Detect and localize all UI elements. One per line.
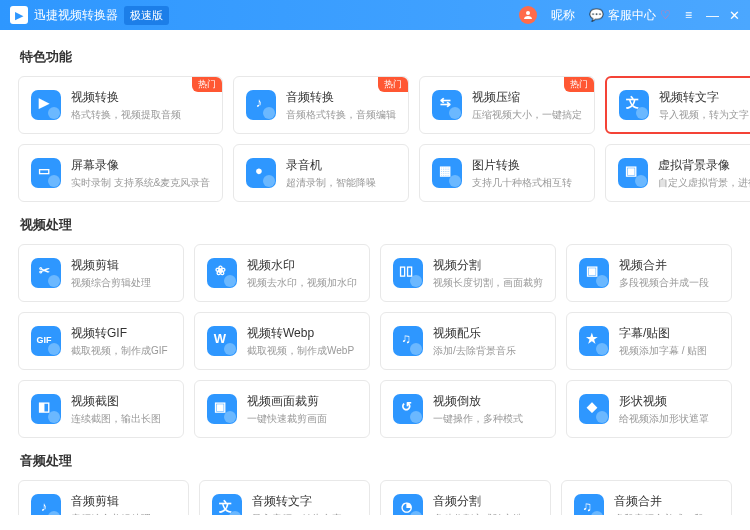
svg-point-5 xyxy=(263,107,275,119)
card-title: 视频水印 xyxy=(247,257,357,274)
card-desc: 多段视频合并成一段 xyxy=(619,276,709,290)
feature-card-image-convert[interactable]: ▦图片转换支持几十种格式相互转 xyxy=(419,144,595,202)
close-button[interactable]: ✕ xyxy=(729,8,740,23)
svg-point-26 xyxy=(48,275,60,287)
app-logo-icon: ▶ xyxy=(10,6,28,24)
svg-point-8 xyxy=(449,107,461,119)
main-content: 特色功能▶视频转换格式转换，视频提取音频热门♪音频转换音频格式转换，音频编辑热门… xyxy=(0,30,750,515)
feature-card-crop[interactable]: ▣视频画面裁剪一键快速裁剪画面 xyxy=(194,380,370,438)
svg-text:◔: ◔ xyxy=(401,499,412,514)
screenshot-icon: ◧ xyxy=(31,394,61,424)
svg-text:◆: ◆ xyxy=(586,399,598,414)
card-title: 虚拟背景录像 xyxy=(658,157,750,174)
card-desc: 自定义虚拟背景，进行录像 xyxy=(658,176,750,190)
section-title: 特色功能 xyxy=(20,48,730,66)
svg-text:★: ★ xyxy=(586,331,598,346)
card-title: 视频转Webp xyxy=(247,325,354,342)
svg-point-56 xyxy=(410,411,422,423)
feature-card-audio-split[interactable]: ◔音频分割多种分割方式随心选 xyxy=(380,480,551,515)
user-avatar-icon[interactable] xyxy=(519,6,537,24)
support-link[interactable]: 💬 客服中心 ♡ xyxy=(589,7,671,24)
feature-card-audio-convert[interactable]: ♪音频转换音频格式转换，音频编辑热门 xyxy=(233,76,409,134)
heart-icon: ♡ xyxy=(660,8,671,22)
feature-card-video-merge[interactable]: ▣视频合并多段视频合并成一段 xyxy=(566,244,732,302)
header-right: 昵称 💬 客服中心 ♡ ≡ — ✕ xyxy=(519,6,740,24)
video-webp-icon: W xyxy=(207,326,237,356)
card-text: 音频剪辑音频综合剪辑处理 xyxy=(71,493,151,516)
feature-card-audio-to-text[interactable]: 文音频转文字导入音频，转为文字 xyxy=(199,480,370,515)
card-desc: 超清录制，智能降噪 xyxy=(286,176,376,190)
feature-card-shape[interactable]: ◆形状视频给视频添加形状遮罩 xyxy=(566,380,732,438)
screen-record-icon: ▭ xyxy=(31,158,61,188)
card-desc: 连续截图，输出长图 xyxy=(71,412,161,426)
card-title: 视频合并 xyxy=(619,257,709,274)
card-title: 视频剪辑 xyxy=(71,257,151,274)
feature-card-audio-merge[interactable]: ♫音频合并多段音频合并成一段 xyxy=(561,480,732,515)
subtitle-icon: ★ xyxy=(579,326,609,356)
card-title: 字幕/贴图 xyxy=(619,325,707,342)
menu-icon[interactable]: ≡ xyxy=(685,8,692,22)
card-title: 音频剪辑 xyxy=(71,493,151,510)
crop-icon: ▣ xyxy=(207,394,237,424)
card-text: 形状视频给视频添加形状遮罩 xyxy=(619,393,709,426)
card-text: 屏幕录像实时录制 支持系统&麦克风录音 xyxy=(71,157,210,190)
card-text: 音频分割多种分割方式随心选 xyxy=(433,493,523,516)
image-convert-icon: ▦ xyxy=(432,158,462,188)
feature-card-screenshot[interactable]: ◧视频截图连续截图，输出长图 xyxy=(18,380,184,438)
card-desc: 一键操作，多种模式 xyxy=(433,412,523,426)
card-desc: 添加/去除背景音乐 xyxy=(433,344,516,358)
feature-grid: ▶视频转换格式转换，视频提取音频热门♪音频转换音频格式转换，音频编辑热门⇆视频压… xyxy=(18,76,732,202)
card-desc: 压缩视频大小，一键搞定 xyxy=(472,108,582,122)
card-text: 视频剪辑视频综合剪辑处理 xyxy=(71,257,151,290)
feature-card-virtual-bg[interactable]: ▣虚拟背景录像自定义虚拟背景，进行录像 xyxy=(605,144,750,202)
card-desc: 多种分割方式随心选 xyxy=(433,512,523,516)
feature-card-video-music[interactable]: ♫视频配乐添加/去除背景音乐 xyxy=(380,312,556,370)
card-title: 视频转文字 xyxy=(659,89,749,106)
reverse-icon: ↺ xyxy=(393,394,423,424)
svg-text:GIF: GIF xyxy=(37,335,53,345)
card-desc: 视频添加字幕 / 贴图 xyxy=(619,344,707,358)
card-text: 字幕/贴图视频添加字幕 / 贴图 xyxy=(619,325,707,358)
card-text: 视频分割视频长度切割，画面裁剪 xyxy=(433,257,543,290)
svg-text:♫: ♫ xyxy=(582,499,592,514)
recorder-icon: ● xyxy=(246,158,276,188)
shape-icon: ◆ xyxy=(579,394,609,424)
window-controls: — ✕ xyxy=(706,8,740,23)
feature-card-screen-record[interactable]: ▭屏幕录像实时录制 支持系统&麦克风录音 xyxy=(18,144,223,202)
feature-grid: ✂视频剪辑视频综合剪辑处理❀视频水印视频去水印，视频加水印▯▯视频分割视频长度切… xyxy=(18,244,732,438)
svg-point-59 xyxy=(596,411,608,423)
svg-text:▣: ▣ xyxy=(586,263,598,278)
video-compress-icon: ⇆ xyxy=(432,90,462,120)
video-convert-icon: ▶ xyxy=(31,90,61,120)
feature-card-video-to-text[interactable]: 文视频转文字导入视频，转为文字 xyxy=(605,76,750,134)
feature-card-reverse[interactable]: ↺视频倒放一键操作，多种模式 xyxy=(380,380,556,438)
svg-point-0 xyxy=(526,11,530,15)
card-text: 虚拟背景录像自定义虚拟背景，进行录像 xyxy=(658,157,750,190)
feature-card-audio-edit[interactable]: ♪音频剪辑音频综合剪辑处理 xyxy=(18,480,189,515)
card-desc: 导入音频，转为文字 xyxy=(252,512,342,516)
card-desc: 给视频添加形状遮罩 xyxy=(619,412,709,426)
feature-card-video-gif[interactable]: GIF视频转GIF截取视频，制作成GIF xyxy=(18,312,184,370)
audio-split-icon: ◔ xyxy=(393,494,423,515)
feature-card-video-compress[interactable]: ⇆视频压缩压缩视频大小，一键搞定热门 xyxy=(419,76,595,134)
header-left: ▶ 迅捷视频转换器 极速版 xyxy=(10,6,169,25)
feature-card-video-webp[interactable]: W视频转Webp截取视频，制作成WebP xyxy=(194,312,370,370)
card-desc: 多段音频合并成一段 xyxy=(614,512,704,516)
svg-text:♪: ♪ xyxy=(256,95,263,110)
feature-card-recorder[interactable]: ●录音机超清录制，智能降噪 xyxy=(233,144,409,202)
feature-card-video-edit[interactable]: ✂视频剪辑视频综合剪辑处理 xyxy=(18,244,184,302)
svg-text:▣: ▣ xyxy=(625,163,637,178)
video-to-text-icon: 文 xyxy=(619,90,649,120)
feature-card-video-split[interactable]: ▯▯视频分割视频长度切割，画面裁剪 xyxy=(380,244,556,302)
svg-text:文: 文 xyxy=(218,499,232,514)
svg-point-17 xyxy=(263,175,275,187)
nickname-label[interactable]: 昵称 xyxy=(551,7,575,24)
minimize-button[interactable]: — xyxy=(706,8,719,23)
feature-card-video-convert[interactable]: ▶视频转换格式转换，视频提取音频热门 xyxy=(18,76,223,134)
card-text: 视频转GIF截取视频，制作成GIF xyxy=(71,325,168,358)
feature-card-watermark[interactable]: ❀视频水印视频去水印，视频加水印 xyxy=(194,244,370,302)
feature-card-subtitle[interactable]: ★字幕/贴图视频添加字幕 / 贴图 xyxy=(566,312,732,370)
support-label: 客服中心 xyxy=(608,7,656,24)
card-title: 视频配乐 xyxy=(433,325,516,342)
video-split-icon: ▯▯ xyxy=(393,258,423,288)
